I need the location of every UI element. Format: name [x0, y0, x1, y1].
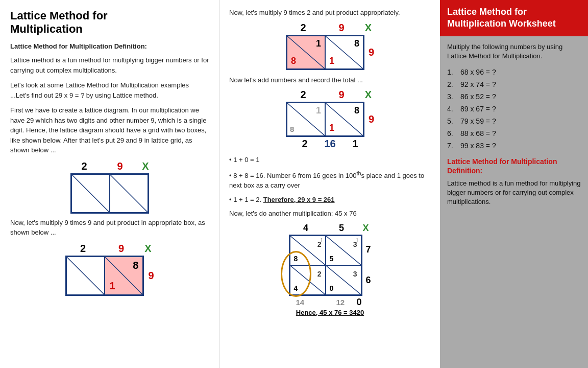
bullet2: • 8 + 8 = 16. Number 6 from 16 goes in 1…	[229, 169, 431, 191]
problem-2: 2.92 x 74 = ?	[447, 80, 581, 88]
bullet1: • 1 + 0 = 1	[229, 155, 431, 165]
lattice-grid-2: 2 9 X 8 1 9	[10, 243, 209, 296]
multiply-9x2-text: Now, let's multiply 9 times 2 and put pr…	[229, 8, 431, 18]
bullet3: • 1 + 1 = 2. Therefore, 29 x 9 = 261	[229, 195, 431, 205]
right-def-heading: Lattice Method for Multiplication Defini…	[447, 157, 581, 175]
left-panel: Lattice Method for Multiplication Lattic…	[0, 0, 219, 368]
next-mult-text: Now, let's do another multiplication: 45…	[229, 209, 431, 219]
svg-line-1	[110, 175, 148, 212]
problem-1: 1.68 x 96 = ?	[447, 68, 581, 76]
svg-line-2	[67, 257, 104, 294]
intro-text: Lattice method is a fun method for multi…	[10, 55, 209, 75]
lattice-grid-5: 4 5 X 1 2 8 1 3 5	[229, 223, 431, 316]
x-label: X	[138, 160, 153, 172]
problem-6: 6.88 x 68 = ?	[447, 129, 581, 137]
svg-line-0	[72, 175, 109, 212]
right-def-text: Lattice method is a fun method for multi…	[447, 179, 581, 207]
col1-label: 2	[66, 160, 102, 172]
right-header: Lattice Method for Multiplication Worksh…	[440, 0, 588, 36]
col2-label: 9	[102, 160, 138, 172]
definition-heading: Lattice Method for Multiplication Defini…	[10, 41, 209, 52]
result-text: Hence, 45 x 76 = 3420	[296, 309, 364, 316]
cell-2-1	[66, 257, 105, 295]
lattice-grid-3: 2 9 X 1 8 8 1 9	[229, 22, 431, 70]
problem-3: 3.86 x 52 = ?	[447, 93, 581, 101]
cell-1-2	[110, 174, 148, 213]
problem-list: 1.68 x 96 = ? 2.92 x 74 = ? 3.86 x 52 = …	[447, 68, 581, 150]
problem-4: 4.89 x 67 = ?	[447, 105, 581, 113]
right-content: Multiply the following numbers by using …	[440, 36, 588, 368]
middle-panel: Now, let's multiply 9 times 2 and put pr…	[219, 0, 440, 368]
problem-7: 7.99 x 83 = ?	[447, 142, 581, 150]
cell-2-2: 8 1	[105, 257, 143, 295]
multiply-text: Now, let's multiply 9 times 9 and put pr…	[10, 218, 209, 238]
add-text: Now let's add numbers and record the tot…	[229, 75, 431, 85]
worksheet-intro: Multiply the following numbers by using …	[447, 42, 581, 61]
lattice-grid-4: 2 9 X 1 8 8 1 9 2	[229, 89, 431, 150]
lattice-grid-1: 2 9 X	[10, 160, 209, 214]
main-title: Lattice Method for Multiplication	[10, 9, 209, 36]
setup-text: First we have to create a lattice diagra…	[10, 105, 209, 155]
examples-text: Let's look at some Lattice Method for Mu…	[10, 80, 209, 100]
problem-5: 5.79 x 59 = ?	[447, 117, 581, 125]
cell-1-1	[71, 174, 110, 213]
right-panel: Lattice Method for Multiplication Worksh…	[440, 0, 588, 368]
